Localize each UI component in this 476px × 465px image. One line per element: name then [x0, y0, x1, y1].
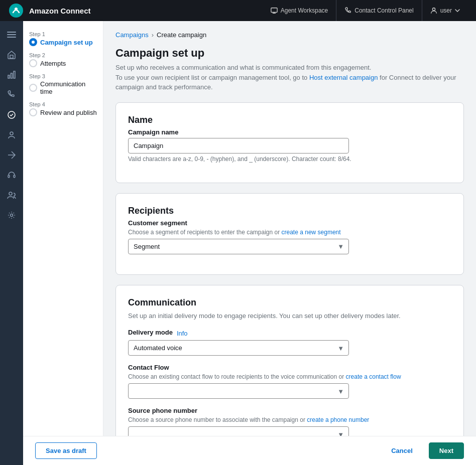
sidebar-menu-btn[interactable]	[2, 25, 21, 44]
sidebar-item-agents[interactable]	[2, 125, 21, 144]
svg-rect-14	[14, 175, 15, 178]
user-icon	[430, 7, 437, 14]
contact-control-panel-btn[interactable]: Contact Control Panel	[336, 0, 422, 21]
campaign-name-label: Campaign name	[128, 128, 451, 136]
sidebar-item-users[interactable]	[2, 186, 21, 205]
step-3-label: Step 3	[29, 73, 97, 79]
contact-control-label: Contact Control Panel	[354, 7, 413, 14]
sidebar-item-contacts[interactable]	[2, 85, 21, 104]
user-menu[interactable]: user	[422, 7, 468, 14]
footer-right: Cancel Next	[381, 442, 464, 459]
recipients-section: Recipients Customer segment Choose a seg…	[115, 193, 464, 275]
save-as-draft-button[interactable]: Save as draft	[35, 442, 97, 459]
campaign-name-group: Campaign name Valid characters are a-z, …	[128, 128, 451, 163]
step-3-name[interactable]: Communication time	[29, 80, 97, 95]
sidebar-item-routing[interactable]	[2, 145, 21, 165]
step-3-item[interactable]: Step 3 Communication time	[29, 73, 97, 95]
delivery-mode-select[interactable]: Automated voice Email SMS	[128, 340, 349, 356]
segment-select[interactable]: Segment Segment A Segment B	[128, 239, 349, 254]
svg-rect-7	[10, 55, 13, 58]
page-title: Campaign set up	[115, 47, 464, 60]
next-button[interactable]: Next	[429, 442, 464, 459]
svg-rect-2	[271, 8, 277, 13]
step-4-item[interactable]: Step 4 Review and publish	[29, 101, 97, 116]
svg-rect-8	[8, 75, 10, 78]
agent-workspace-btn[interactable]: Agent Workspace	[263, 0, 337, 21]
sidebar-item-home[interactable]	[2, 45, 21, 64]
sidebar-item-analytics[interactable]	[2, 65, 21, 84]
source-phone-hint: Choose a source phone number to associat…	[128, 416, 451, 423]
top-nav: Amazon Connect Agent Workspace Contact C…	[0, 0, 476, 21]
svg-rect-6	[7, 37, 16, 38]
delivery-mode-select-wrap: Automated voice Email SMS ▼	[128, 340, 349, 356]
step-1-item[interactable]: Step 1 Campaign set up	[29, 31, 97, 46]
svg-point-16	[11, 214, 13, 217]
delivery-mode-label: Delivery mode	[128, 329, 173, 336]
comm-section-desc: Set up an initial delivery mode to engag…	[128, 311, 451, 321]
step-4-circle	[29, 108, 37, 116]
step-3-circle	[29, 84, 37, 92]
delivery-mode-group: Delivery mode Info Automated voice Email…	[128, 329, 451, 356]
sidebar	[0, 21, 23, 465]
svg-point-1	[15, 8, 18, 11]
sidebar-item-headset[interactable]	[2, 166, 21, 185]
phone-icon	[344, 7, 351, 14]
step-1-name[interactable]: Campaign set up	[29, 38, 97, 46]
step-2-circle	[29, 59, 37, 67]
sidebar-item-settings[interactable]	[2, 206, 21, 225]
contact-flow-select[interactable]	[128, 383, 349, 399]
step-4-label: Step 4	[29, 101, 97, 107]
app-title: Amazon Connect	[29, 7, 91, 15]
recipients-section-title: Recipients	[128, 206, 451, 216]
contact-flow-label: Contact Flow	[128, 364, 451, 371]
create-segment-link[interactable]: create a new segment	[282, 229, 341, 236]
page-header: Campaign set up Set up who receives a co…	[115, 47, 464, 92]
segment-select-wrap: Segment Segment A Segment B ▼	[128, 239, 349, 254]
svg-rect-4	[7, 32, 16, 33]
segment-label: Customer segment	[128, 219, 451, 227]
create-phone-link[interactable]: create a phone number	[307, 416, 369, 423]
svg-rect-10	[14, 71, 15, 78]
customer-segment-group: Customer segment Choose a segment of rec…	[128, 219, 451, 254]
host-external-link[interactable]: Host external campaign	[309, 74, 378, 81]
svg-rect-5	[7, 34, 16, 35]
delivery-mode-info[interactable]: Info	[177, 330, 188, 337]
user-label: user	[440, 7, 452, 14]
sidebar-item-campaigns[interactable]	[2, 105, 21, 124]
step-2-name[interactable]: Attempts	[29, 59, 97, 67]
steps-panel: Step 1 Campaign set up Step 2 Attempts S…	[23, 21, 103, 465]
step-1-label: Step 1	[29, 31, 97, 37]
step-2-item[interactable]: Step 2 Attempts	[29, 52, 97, 67]
step-4-name[interactable]: Review and publish	[29, 108, 97, 116]
svg-point-12	[10, 132, 13, 135]
step-2-label: Step 2	[29, 52, 97, 58]
svg-point-15	[9, 192, 12, 195]
segment-hint: Choose a segment of recipients to enter …	[128, 229, 451, 236]
agent-workspace-label: Agent Workspace	[281, 7, 328, 14]
svg-rect-9	[11, 73, 13, 78]
svg-rect-13	[8, 175, 10, 178]
chevron-down-icon	[455, 9, 460, 12]
breadcrumb: Campaigns › Create campaign	[115, 31, 464, 39]
content-area: Campaigns › Create campaign Campaign set…	[103, 21, 476, 465]
create-contact-flow-link[interactable]: create a contact flow	[346, 373, 401, 380]
breadcrumb-campaigns[interactable]: Campaigns	[115, 31, 149, 39]
cancel-button[interactable]: Cancel	[381, 443, 423, 458]
name-section-title: Name	[128, 115, 451, 125]
page-subtitle: Set up who receives a communication and …	[115, 63, 464, 92]
amazon-connect-logo	[8, 3, 24, 19]
page-footer: Save as draft Cancel Next	[23, 436, 476, 465]
campaign-name-validation: Valid characters are a-z, 0-9, - (hyphen…	[128, 156, 451, 163]
source-phone-label: Source phone number	[128, 407, 451, 414]
comm-section-title: Communication	[128, 297, 451, 308]
svg-point-3	[432, 8, 435, 11]
contact-flow-group: Contact Flow Choose an existing contact …	[128, 364, 451, 399]
step-1-circle	[29, 38, 37, 46]
name-section: Name Campaign name Valid characters are …	[115, 102, 464, 183]
monitor-icon	[271, 7, 278, 14]
breadcrumb-current: Create campaign	[157, 31, 206, 39]
breadcrumb-separator: ›	[152, 31, 154, 39]
contact-flow-hint: Choose an existing contact flow to route…	[128, 373, 451, 380]
campaign-name-input[interactable]	[128, 138, 349, 153]
contact-flow-select-wrap: ▼	[128, 383, 349, 399]
